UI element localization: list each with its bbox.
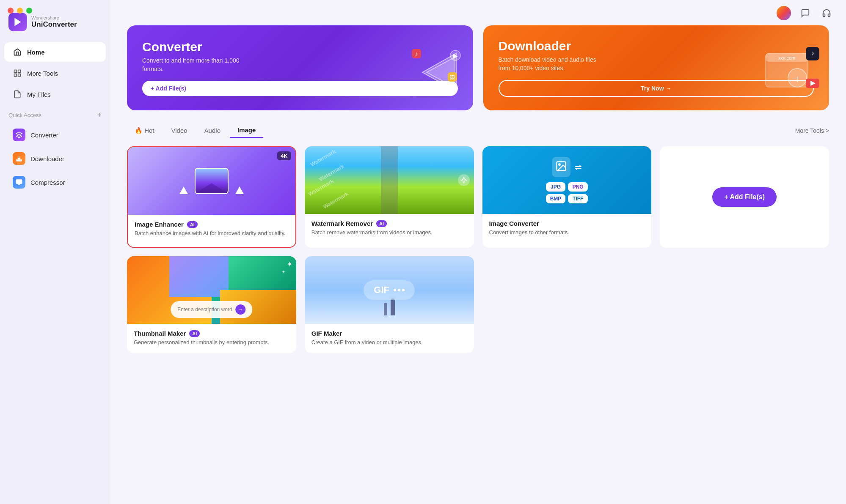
- logo-text: Wondershare UniConverter: [31, 15, 77, 29]
- desc-send-icon: →: [236, 304, 246, 315]
- quick-access-label: Quick Access: [8, 112, 41, 118]
- svg-text:♪: ♪: [415, 50, 418, 57]
- converter-banner[interactable]: Converter Convert to and from more than …: [127, 25, 473, 110]
- gif-loading-dots: [394, 289, 405, 291]
- ai-badge-thumbnail: AI: [189, 330, 200, 337]
- tool-card-desc-enhancer: Batch enhance images with AI for improve…: [135, 230, 289, 237]
- svg-text:▶: ▶: [453, 52, 457, 59]
- nav-label-home: Home: [27, 49, 45, 56]
- tool-card-title-converter-img: Image Converter: [489, 220, 645, 227]
- description-overlay: Enter a description word →: [171, 301, 252, 318]
- tool-card-title-enhancer: Image Enhancer AI: [135, 221, 289, 228]
- chat-icon[interactable]: [799, 6, 812, 20]
- minimize-dot[interactable]: [17, 8, 23, 14]
- tab-hot[interactable]: 🔥 Hot: [127, 123, 162, 138]
- sidebar-label-compressor: Compressor: [30, 179, 65, 186]
- svg-rect-1: [18, 70, 21, 73]
- svg-point-26: [559, 164, 560, 165]
- tabs: 🔥 Hot Video Audio Image: [127, 123, 263, 138]
- nav-item-home[interactable]: Home: [4, 42, 106, 62]
- svg-rect-5: [16, 180, 22, 184]
- sidebar-label-converter: Converter: [30, 131, 58, 139]
- ai-badge-watermark: AI: [376, 220, 387, 227]
- svg-rect-3: [18, 74, 21, 77]
- nav-item-my-files[interactable]: My Files: [4, 85, 106, 104]
- home-icon: [13, 47, 22, 57]
- svg-rect-0: [14, 70, 17, 73]
- downloader-banner[interactable]: Downloader Batch download video and audi…: [483, 25, 829, 110]
- tool-card-desc-converter-img: Convert images to other formats.: [489, 229, 645, 236]
- tool-card-desc-thumbnail: Generate personalized thumbnails by ente…: [134, 339, 289, 346]
- svg-rect-2: [14, 74, 17, 77]
- tool-grid-row2: ✦ ✦ Enter a description word → Thumbnail…: [127, 256, 829, 353]
- nav-label-more-tools: More Tools: [27, 70, 58, 77]
- tool-card-body-enhancer: Image Enhancer AI Batch enhance images w…: [128, 215, 295, 244]
- tool-card-gif-maker[interactable]: GIF GIF Maker Create a GIF from a video …: [305, 256, 474, 353]
- downloader-banner-desc: Batch download video and audio files fro…: [499, 56, 609, 72]
- tool-card-title-watermark: Watermark Remover AI: [311, 220, 467, 227]
- tool-card-title-thumbnail: Thumbnail Maker AI: [134, 330, 289, 337]
- format-jpg: JPG: [546, 182, 566, 192]
- tool-card-body-converter-img: Image Converter Convert images to other …: [482, 214, 652, 243]
- tool-card-title-gif: GIF Maker: [311, 330, 467, 337]
- compress-icon: [13, 176, 25, 189]
- main-content: Converter Convert to and from more than …: [110, 0, 846, 504]
- headset-icon[interactable]: [820, 6, 833, 20]
- sidebar-item-downloader[interactable]: Downloader: [4, 148, 106, 170]
- desc-placeholder: Enter a description word: [177, 307, 232, 312]
- tool-card-body-watermark: Watermark Remover AI Batch remove waterm…: [305, 214, 474, 243]
- quick-access-add[interactable]: +: [97, 111, 102, 120]
- download-icon: [13, 152, 25, 165]
- quick-access-header: Quick Access +: [0, 105, 110, 123]
- gif-label: GIF: [374, 285, 389, 296]
- sidebar-item-compressor[interactable]: Compressor: [4, 171, 106, 193]
- tool-card-watermark-remover[interactable]: Watermark Watermark Watermark Watermark …: [305, 146, 474, 248]
- tool-card-body-thumbnail: Thumbnail Maker AI Generate personalized…: [127, 324, 296, 353]
- nav-item-more-tools[interactable]: More Tools: [4, 63, 106, 83]
- tool-card-add-files[interactable]: + Add File(s): [660, 146, 829, 248]
- svg-text:🖼: 🖼: [450, 74, 455, 80]
- tab-audio[interactable]: Audio: [197, 123, 228, 137]
- tool-card-thumbnail-maker[interactable]: ✦ ✦ Enter a description word → Thumbnail…: [127, 256, 296, 353]
- more-tools-link[interactable]: More Tools >: [795, 127, 829, 134]
- hero-banners: Converter Convert to and from more than …: [127, 25, 829, 110]
- avatar[interactable]: [777, 6, 791, 20]
- format-tiff: TIFF: [568, 194, 588, 203]
- tabs-row: 🔥 Hot Video Audio Image More Tools >: [127, 123, 829, 138]
- file-icon: [13, 90, 22, 99]
- tool-card-image-enhancer[interactable]: 4K: [127, 146, 296, 248]
- format-bmp: BMP: [546, 194, 566, 203]
- ai-badge-enhancer: AI: [187, 221, 198, 228]
- tab-image[interactable]: Image: [230, 123, 263, 138]
- svg-text:xxx.com: xxx.com: [778, 55, 795, 60]
- logo-icon: [8, 13, 27, 31]
- close-dot[interactable]: [8, 8, 14, 14]
- grid-icon: [13, 68, 22, 78]
- converter-illustration: ♪ 🖼 ▶: [410, 47, 460, 89]
- converter-icon: [13, 129, 25, 141]
- window-controls: [8, 8, 32, 14]
- maximize-dot[interactable]: [26, 8, 32, 14]
- gif-badge: GIF: [364, 280, 415, 300]
- svg-text:♪: ♪: [811, 49, 814, 57]
- downloader-illustration: xxx.com ↓ ♪: [761, 45, 816, 91]
- tool-card-desc-watermark: Batch remove watermarks from videos or i…: [311, 229, 467, 236]
- nav-label-my-files: My Files: [27, 91, 51, 98]
- svg-text:↓: ↓: [795, 73, 800, 84]
- topbar-right: [777, 6, 833, 20]
- tab-video[interactable]: Video: [164, 123, 195, 137]
- sidebar-label-downloader: Downloader: [30, 155, 64, 162]
- sidebar-item-converter[interactable]: Converter: [4, 124, 106, 146]
- badge-4k: 4K: [277, 151, 291, 160]
- tool-card-desc-gif: Create a GIF from a video or multiple im…: [311, 339, 467, 346]
- tool-card-image-converter[interactable]: ⇌ JPG PNG BMP TIFF Image Converter Conve…: [482, 146, 652, 248]
- add-files-large-button[interactable]: + Add File(s): [712, 187, 777, 207]
- converter-banner-desc: Convert to and from more than 1,000 form…: [142, 57, 252, 73]
- sidebar: Wondershare UniConverter Home More Tools…: [0, 0, 110, 504]
- tool-card-body-gif: GIF Maker Create a GIF from a video or m…: [305, 324, 474, 353]
- logo-brand: Wondershare: [31, 15, 77, 20]
- tool-grid-row1: 4K: [127, 146, 829, 248]
- format-png: PNG: [568, 182, 588, 192]
- logo-name: UniConverter: [31, 20, 77, 29]
